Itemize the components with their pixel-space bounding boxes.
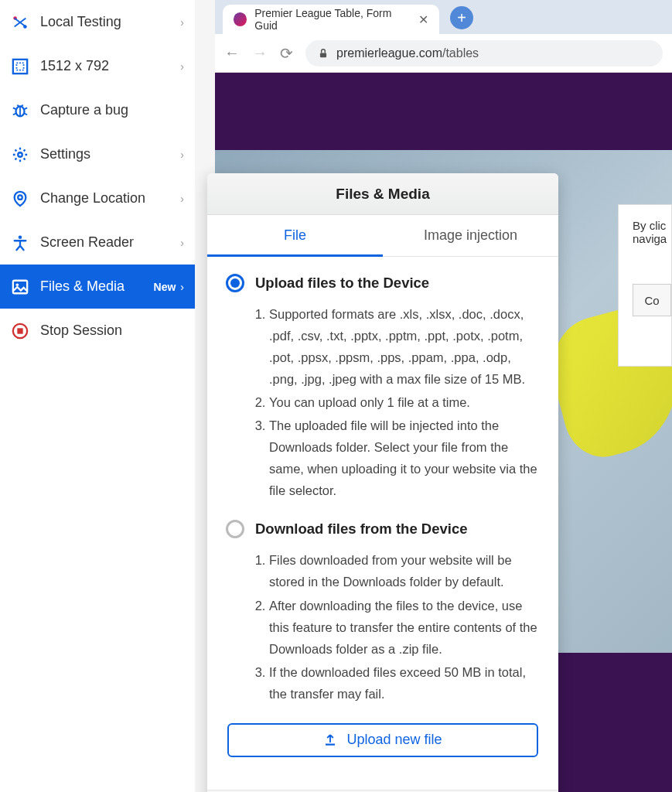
url-field[interactable]: premierleague.com/tables: [305, 40, 663, 67]
sidebar-item-local-testing[interactable]: Local Testing ›: [0, 0, 195, 44]
option-download[interactable]: Download files from the Device Files dow…: [226, 520, 540, 704]
option-title: Upload files to the Device: [255, 275, 429, 292]
tab-file[interactable]: File: [207, 215, 383, 256]
cookie-text: By clic: [633, 219, 671, 232]
pin-icon: [11, 189, 29, 208]
svg-rect-3: [16, 63, 23, 70]
tab-title: Premier League Table, Form Guid: [254, 7, 411, 32]
sidebar-item-label: Files & Media: [40, 278, 148, 295]
files-media-panel: Files & Media File Image injection Uploa…: [207, 173, 558, 792]
url-bar: ← → ⟳ premierleague.com/tables: [215, 34, 672, 73]
radio-icon[interactable]: [226, 520, 244, 538]
stop-icon: [11, 322, 29, 340]
sidebar-item-label: Local Testing: [40, 14, 180, 30]
panel-body: Upload files to the Device Supported for…: [207, 257, 558, 790]
browser-tab[interactable]: Premier League Table, Form Guid ✕: [223, 5, 439, 34]
sidebar-item-resolution[interactable]: 1512 x 792 ›: [0, 44, 195, 88]
svg-rect-8: [13, 280, 27, 293]
sidebar-item-stop-session[interactable]: Stop Session: [0, 309, 195, 353]
tab-image-injection[interactable]: Image injection: [383, 215, 558, 256]
sidebar-item-label: Settings: [40, 146, 180, 162]
svg-rect-14: [320, 53, 326, 57]
sidebar-item-settings[interactable]: Settings ›: [0, 132, 195, 176]
favicon-icon: [234, 12, 247, 26]
upload-new-file-button[interactable]: Upload new file: [227, 723, 538, 757]
gear-icon: [11, 145, 29, 164]
svg-rect-11: [17, 328, 22, 333]
resize-icon: [11, 57, 29, 76]
sidebar-item-files-media[interactable]: Files & Media New ›: [0, 265, 195, 309]
cookie-text: naviga: [633, 232, 671, 245]
option-details: Files downloaded from your website will …: [226, 549, 540, 704]
chevron-right-icon: ›: [180, 281, 184, 293]
cookie-accept-button[interactable]: Co: [633, 284, 671, 316]
chevron-right-icon: ›: [180, 60, 184, 73]
sidebar-item-label: Change Location: [40, 190, 180, 207]
sidebar-item-label: Capture a bug: [40, 102, 184, 118]
url-domain: premierleague.com: [336, 46, 442, 60]
close-icon[interactable]: ✕: [418, 12, 428, 27]
back-button[interactable]: ←: [224, 44, 240, 62]
image-icon: [11, 278, 29, 296]
sidebar-item-capture-bug[interactable]: Capture a bug: [0, 88, 195, 132]
sidebar-item-label: Screen Reader: [40, 234, 180, 251]
accessibility-icon: [11, 234, 29, 252]
option-upload[interactable]: Upload files to the Device Supported for…: [226, 274, 540, 501]
new-badge: New: [154, 281, 176, 293]
chevron-right-icon: ›: [180, 237, 184, 249]
sidebar-item-label: Stop Session: [40, 323, 184, 339]
radio-icon[interactable]: [226, 274, 244, 292]
sidebar: Local Testing › 1512 x 792 › Capture a b…: [0, 0, 195, 792]
upload-button-label: Upload new file: [346, 732, 442, 748]
svg-rect-2: [13, 59, 27, 73]
svg-point-6: [18, 195, 22, 199]
option-title: Download files from the Device: [255, 521, 467, 538]
new-tab-button[interactable]: +: [450, 6, 473, 29]
chevron-right-icon: ›: [180, 148, 184, 161]
panel-tabs: File Image injection: [207, 215, 558, 257]
forward-button[interactable]: →: [252, 44, 268, 62]
chevron-right-icon: ›: [180, 193, 184, 205]
chevron-right-icon: ›: [180, 16, 184, 29]
tab-strip: Premier League Table, Form Guid ✕ +: [215, 0, 672, 34]
svg-point-5: [18, 152, 22, 157]
shuffle-icon: [11, 13, 29, 32]
sidebar-item-change-location[interactable]: Change Location ›: [0, 176, 195, 220]
bug-icon: [11, 101, 29, 120]
cookie-banner: By clic naviga Co: [618, 204, 672, 367]
upload-icon: [323, 733, 337, 747]
reload-button[interactable]: ⟳: [280, 44, 293, 63]
svg-point-7: [19, 235, 22, 239]
svg-rect-15: [326, 743, 335, 745]
url-path: /tables: [442, 46, 479, 60]
option-details: Supported formats are .xls, .xlsx, .doc,…: [226, 303, 540, 501]
lock-icon: [318, 48, 329, 59]
panel-title: Files & Media: [207, 173, 558, 215]
sidebar-item-screen-reader[interactable]: Screen Reader ›: [0, 220, 195, 265]
sidebar-item-label: 1512 x 792: [40, 58, 180, 74]
